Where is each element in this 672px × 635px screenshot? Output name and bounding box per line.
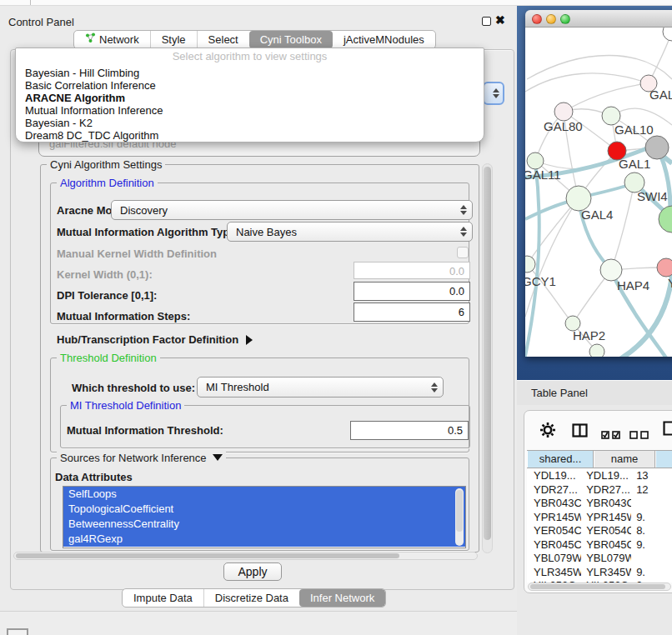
expand-right-icon[interactable] bbox=[246, 335, 253, 345]
table-row[interactable]: YER054CYER054C8. bbox=[527, 524, 672, 538]
table-horizontal-scrollbar-thumb[interactable] bbox=[530, 584, 665, 589]
table-row[interactable]: YDL19...YDL19...13 bbox=[527, 469, 672, 483]
settings-vertical-scrollbar[interactable] bbox=[482, 163, 493, 553]
attribute-item-betweennesscentrality[interactable]: BetweennessCentrality bbox=[63, 517, 465, 532]
network-graph: GALGAL80GAL10GAL1GAL11SWI4GAL4GCY1HAP4YH… bbox=[525, 28, 672, 357]
attribute-item-topologicalcoefficient[interactable]: TopologicalCoefficient bbox=[63, 502, 465, 517]
table-row[interactable]: YPR145WYPR145W9. bbox=[527, 511, 672, 525]
data-attributes-list[interactable]: SelfLoopsTopologicalCoefficientBetweenne… bbox=[63, 486, 466, 548]
combo-stepper-icon bbox=[431, 382, 438, 392]
close-window-icon[interactable] bbox=[532, 14, 542, 24]
column-header-shared[interactable]: shared... bbox=[527, 451, 594, 468]
network-node-gal80[interactable] bbox=[554, 102, 573, 121]
attribute-item-selfloops[interactable]: SelfLoops bbox=[63, 487, 465, 502]
network-window-titlebar[interactable] bbox=[525, 10, 672, 28]
which-threshold-label: Which threshold to use: bbox=[72, 382, 195, 394]
mi-threshold-field[interactable]: 0.5 bbox=[350, 421, 469, 440]
gear-icon[interactable] bbox=[539, 422, 556, 442]
algorithm-list: Bayesian - Hill ClimbingBasic Correlatio… bbox=[16, 67, 484, 142]
column-header-2[interactable] bbox=[655, 451, 672, 468]
table-cell: YPR145W bbox=[581, 511, 631, 525]
attribute-item-gal4rgexp[interactable]: gal4RGexp bbox=[63, 532, 465, 547]
algorithm-item-bayesian-hill-climbing[interactable]: Bayesian - Hill Climbing bbox=[16, 67, 484, 79]
close-panel-icon[interactable]: ✖ bbox=[495, 13, 505, 27]
kernel-width-field[interactable]: 0.0 bbox=[354, 262, 470, 279]
algorithm-combobox-focus-fragment[interactable] bbox=[483, 82, 504, 105]
network-node-gal11[interactable] bbox=[527, 152, 544, 169]
dpi-tolerance-label: DPI Tolerance [0,1]: bbox=[57, 289, 157, 302]
table-cell: YBR045C bbox=[527, 538, 581, 552]
collapse-down-icon[interactable] bbox=[213, 454, 223, 461]
minimize-window-icon[interactable] bbox=[546, 14, 556, 24]
network-icon bbox=[85, 31, 96, 48]
tab-cyni-toolbox[interactable]: Cyni Toolbox bbox=[249, 31, 333, 48]
attributes-scrollbar-thumb[interactable] bbox=[456, 490, 463, 532]
network-edge[interactable] bbox=[525, 73, 649, 92]
top-strip-tick bbox=[30, 0, 31, 5]
network-node-gcy1[interactable] bbox=[525, 256, 535, 272]
settings-horizontal-scrollbar-thumb[interactable] bbox=[16, 553, 399, 558]
dpi-tolerance-field[interactable]: 0.0 bbox=[354, 282, 470, 301]
table-cell: YER054C bbox=[527, 524, 581, 538]
mi-type-combobox[interactable]: Naive Bayes bbox=[227, 222, 473, 242]
settings-vertical-scrollbar-thumb[interactable] bbox=[484, 167, 491, 540]
tab-label: Cyni Toolbox bbox=[260, 31, 322, 48]
manual-kernel-checkbox[interactable] bbox=[457, 247, 469, 258]
new-column-icon[interactable] bbox=[663, 421, 672, 439]
table-horizontal-scrollbar[interactable] bbox=[528, 582, 671, 591]
tab-label: Network bbox=[99, 31, 139, 48]
algorithm-item-bayesian-k2[interactable]: Bayesian - K2 bbox=[16, 117, 484, 129]
tab-network[interactable]: Network bbox=[74, 31, 150, 48]
node-label-gcy1: GCY1 bbox=[525, 274, 556, 288]
network-edge[interactable] bbox=[611, 182, 634, 270]
network-edge[interactable] bbox=[535, 151, 617, 169]
hub-definition-toggle[interactable]: Hub/Transcription Factor Definition bbox=[57, 333, 253, 346]
network-node-y[interactable] bbox=[657, 258, 672, 277]
aracne-mode-combobox[interactable]: Discovery bbox=[111, 200, 473, 220]
network-view-window[interactable]: GALGAL80GAL10GAL1GAL11SWI4GAL4GCY1HAP4YH… bbox=[525, 10, 672, 357]
apply-button[interactable]: Apply bbox=[223, 562, 282, 581]
tab-style[interactable]: Style bbox=[150, 31, 197, 48]
float-panel-icon[interactable] bbox=[482, 17, 491, 26]
tab-discretize-data[interactable]: Discretize Data bbox=[203, 589, 299, 607]
network-node[interactable] bbox=[645, 136, 669, 159]
deselect-all-checkboxes-icon[interactable] bbox=[629, 428, 649, 442]
table-row[interactable]: YBL079WYBL079W bbox=[527, 552, 672, 566]
split-columns-icon[interactable] bbox=[572, 423, 588, 441]
which-threshold-combobox[interactable]: MI Threshold bbox=[197, 377, 444, 398]
tab-jactivemnodules[interactable]: jActiveMNodules bbox=[333, 31, 435, 48]
tab-infer-network[interactable]: Infer Network bbox=[299, 589, 385, 607]
column-header-name[interactable]: name bbox=[594, 451, 655, 468]
network-edge[interactable] bbox=[564, 83, 649, 112]
node-label-gal: GAL bbox=[649, 88, 672, 102]
docked-panel-icon[interactable] bbox=[7, 628, 28, 635]
node-label-swi4: SWI4 bbox=[637, 189, 668, 203]
table-row[interactable]: YBR045CYBR045C9. bbox=[527, 538, 672, 552]
network-canvas[interactable]: GALGAL80GAL10GAL1GAL11SWI4GAL4GCY1HAP4YH… bbox=[525, 28, 672, 357]
combo-stepper-icon bbox=[493, 88, 499, 98]
network-node[interactable] bbox=[663, 28, 672, 41]
algorithm-item-dream8-dc-tdc-algorithm[interactable]: Dream8 DC_TDC Algorithm bbox=[16, 129, 484, 142]
node-label-hap2: HAP2 bbox=[573, 328, 605, 342]
table-cell: 12 bbox=[631, 483, 672, 498]
network-node[interactable] bbox=[589, 344, 604, 357]
tab-select[interactable]: Select bbox=[197, 31, 249, 48]
combo-stepper-icon bbox=[460, 227, 467, 237]
table-row[interactable]: YBR043CYBR043C bbox=[527, 497, 672, 511]
table-cell: YDR27... bbox=[581, 483, 631, 498]
mi-threshold-label: Mutual Information Threshold: bbox=[67, 424, 223, 437]
algorithm-definition-title: Algorithm Definition bbox=[57, 177, 158, 189]
zoom-window-icon[interactable] bbox=[560, 14, 570, 24]
table-cell: YPR145W bbox=[527, 511, 581, 525]
select-all-checkboxes-icon[interactable] bbox=[601, 428, 621, 442]
table-row[interactable]: YLR345WYLR345W9. bbox=[527, 566, 672, 580]
algorithm-item-basic-correlation-inference[interactable]: Basic Correlation Inference bbox=[16, 79, 484, 92]
table-row[interactable]: YDR27...YDR27...12 bbox=[527, 483, 672, 498]
settings-horizontal-scrollbar[interactable] bbox=[13, 552, 478, 560]
algorithm-item-aracne-algorithm[interactable]: ARACNE Algorithm bbox=[16, 92, 484, 104]
tab-impute-data[interactable]: Impute Data bbox=[123, 589, 203, 607]
mi-steps-field[interactable]: 6 bbox=[354, 302, 470, 322]
data-attributes-label: Data Attributes bbox=[55, 471, 133, 483]
algorithm-item-mutual-information-inference[interactable]: Mutual Information Inference bbox=[16, 104, 484, 117]
attributes-scrollbar[interactable] bbox=[455, 488, 464, 546]
